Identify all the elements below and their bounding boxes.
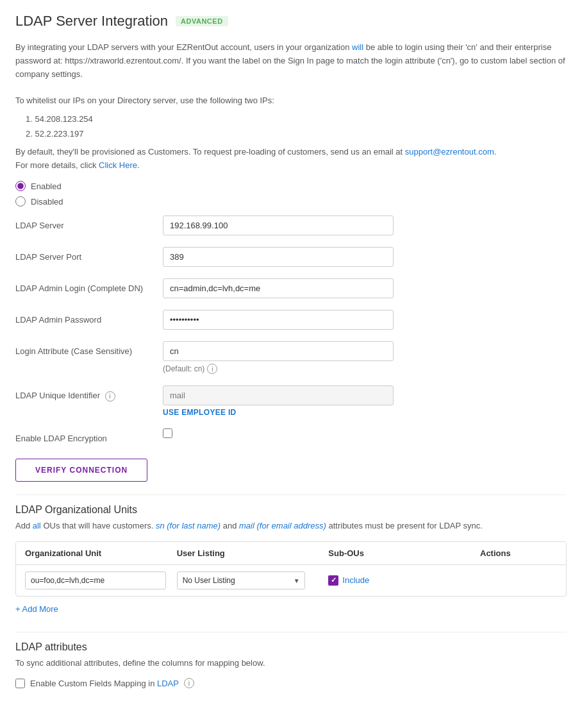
user-listing-select[interactable]: No User Listing Sub-OUs Include: [177, 571, 305, 589]
ldap-unique-id-wrap: USE EMPLOYEE ID: [163, 385, 567, 417]
ldap-attributes-title: LDAP attributes: [15, 641, 567, 653]
ou-section-title: LDAP Organizational Units: [15, 504, 567, 516]
verify-connection-button[interactable]: VERIFY CONNECTION: [15, 459, 147, 482]
encryption-row: Enable LDAP Encryption: [15, 428, 567, 443]
include-label: Include: [342, 575, 369, 585]
page-title: LDAP Server Integration: [15, 13, 168, 30]
encryption-checkbox[interactable]: [163, 428, 172, 438]
advanced-badge: ADVANCED: [176, 16, 228, 26]
ldap-password-input[interactable]: [163, 310, 394, 330]
radio-enabled-input[interactable]: [15, 181, 26, 191]
login-attribute-row: Login Attribute (Case Sensitive) (Defaul…: [15, 341, 567, 374]
radio-enabled[interactable]: Enabled: [15, 181, 567, 191]
ou-table: Organizational Unit User Listing Sub-OUs…: [15, 541, 567, 597]
enable-custom-fields-row: Enable Custom Fields Mapping in LDAP i: [15, 678, 567, 688]
ldap-admin-login-label: LDAP Admin Login (Complete DN): [15, 278, 163, 293]
attrs-divider: [15, 632, 567, 632]
ou-section: LDAP Organizational Units Add all OUs th…: [15, 504, 567, 627]
col-user-listing-header: User Listing: [177, 548, 329, 558]
sub-ous-cell: Include: [328, 575, 480, 586]
enable-custom-fields-checkbox[interactable]: [15, 679, 25, 688]
custom-fields-info-icon[interactable]: i: [184, 678, 194, 688]
ldap-admin-login-row: LDAP Admin Login (Complete DN): [15, 278, 567, 298]
ip-list: 1. 54.208.123.254 2. 52.2.223.197: [26, 112, 567, 142]
ldap-form: LDAP Server LDAP Server Port LDAP Admin …: [15, 216, 567, 482]
support-email-link[interactable]: support@ezrentout.com: [405, 147, 494, 157]
ldap-password-row: LDAP Admin Password: [15, 310, 567, 330]
ldap-unique-id-input[interactable]: [163, 385, 394, 405]
radio-enabled-label: Enabled: [31, 182, 62, 191]
radio-disabled-label: Disabled: [31, 197, 63, 207]
page-header: LDAP Server Integration ADVANCED: [15, 13, 567, 30]
ou-cell: [25, 571, 177, 589]
login-attribute-input[interactable]: [163, 341, 394, 361]
ldap-port-label: LDAP Server Port: [15, 247, 163, 262]
intro-block: By integrating your LDAP servers with yo…: [15, 41, 567, 172]
ou-input[interactable]: [25, 571, 166, 589]
ldap-server-wrap: [163, 216, 567, 235]
ldap-port-input[interactable]: [163, 247, 394, 267]
ldap-password-label: LDAP Admin Password: [15, 310, 163, 325]
ldap-server-label: LDAP Server: [15, 216, 163, 230]
ip-item-2: 2. 52.2.223.197: [26, 126, 567, 141]
ip-item-1: 1. 54.208.123.254: [26, 112, 567, 126]
section-divider: [15, 495, 567, 495]
include-checkbox[interactable]: [328, 575, 338, 586]
encryption-label: Enable LDAP Encryption: [15, 428, 163, 443]
intro-line3: By default, they'll be provisioned as Cu…: [15, 146, 567, 173]
user-listing-cell: No User Listing Sub-OUs Include ▼: [177, 571, 329, 589]
ldap-server-row: LDAP Server: [15, 216, 567, 235]
login-attribute-info-icon[interactable]: i: [207, 364, 217, 374]
ldap-attributes-section: LDAP attributes To sync additional attri…: [15, 641, 567, 689]
col-ou-header: Organizational Unit: [25, 548, 177, 558]
intro-line1: By integrating your LDAP servers with yo…: [15, 41, 567, 81]
radio-disabled-input[interactable]: [15, 196, 26, 207]
intro-line2: To whitelist our IPs on your Directory s…: [15, 94, 567, 108]
login-attribute-label: Login Attribute (Case Sensitive): [15, 341, 163, 356]
ldap-attributes-desc: To sync additional attributes, define th…: [15, 657, 567, 670]
login-attribute-hint: (Default: cn) i: [163, 364, 567, 374]
col-sub-ous-header: Sub-OUs: [328, 548, 480, 558]
user-listing-select-wrap: No User Listing Sub-OUs Include ▼: [177, 571, 305, 589]
ou-table-header: Organizational Unit User Listing Sub-OUs…: [16, 542, 566, 565]
login-attribute-wrap: (Default: cn) i: [163, 341, 567, 374]
ldap-admin-login-wrap: [163, 278, 567, 298]
col-actions-header: Actions: [480, 548, 557, 558]
encryption-checkbox-row: [163, 428, 567, 438]
radio-disabled[interactable]: Disabled: [15, 196, 567, 207]
ldap-password-wrap: [163, 310, 567, 330]
ldap-unique-id-info-icon[interactable]: i: [105, 391, 115, 402]
add-more-link[interactable]: + Add More: [15, 604, 58, 614]
ldap-unique-id-label: LDAP Unique Identifier i: [15, 385, 163, 402]
ldap-admin-login-input[interactable]: [163, 278, 394, 298]
encryption-wrap: [163, 428, 567, 438]
enable-custom-fields-label: Enable Custom Fields Mapping in LDAP: [30, 679, 179, 688]
click-here-link[interactable]: Click Here: [99, 160, 137, 170]
ldap-unique-id-row: LDAP Unique Identifier i USE EMPLOYEE ID: [15, 385, 567, 417]
status-radio-group: Enabled Disabled: [15, 181, 567, 207]
ldap-server-input[interactable]: [163, 216, 394, 235]
ldap-port-wrap: [163, 247, 567, 267]
table-row: No User Listing Sub-OUs Include ▼ Includ…: [16, 565, 566, 596]
ldap-link-label: LDAP: [157, 679, 179, 688]
ou-section-desc: Add all OUs that will have customers. sn…: [15, 520, 567, 532]
use-employee-id-link[interactable]: USE EMPLOYEE ID: [163, 408, 237, 417]
ldap-port-row: LDAP Server Port: [15, 247, 567, 267]
